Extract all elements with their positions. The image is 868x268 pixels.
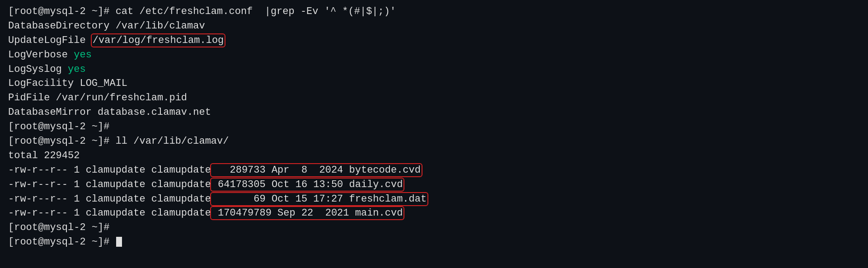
file-perms-15: -rw-r--r-- 1 clamupdate clamupdate <box>8 207 211 219</box>
line-5: LogSyslog yes <box>8 62 860 77</box>
highlight-updatelogfile: /var/log/freshclam.log <box>92 34 225 47</box>
main-info: 170479789 Sep 22 2021 main.cvd <box>212 207 403 219</box>
highlight-main: 170479789 Sep 22 2021 main.cvd <box>211 207 404 219</box>
line-2: DatabaseDirectory /var/lib/clamav <box>8 19 860 33</box>
line-1: [root@mysql-2 ~]# cat /etc/freshclam.con… <box>8 5 860 19</box>
file-perms-13: -rw-r--r-- 1 clamupdate clamupdate <box>8 179 211 190</box>
line-4: LogVerbose yes <box>8 48 860 62</box>
logverbose-value: yes <box>74 49 92 61</box>
databasemirror-text: DatabaseMirror database.clamav.net <box>8 107 211 118</box>
line-13: -rw-r--r-- 1 clamupdate clamupdate 64178… <box>8 178 860 192</box>
updatelogfile-value: /var/log/freshclam.log <box>93 35 224 46</box>
highlight-freshclam: 69 Oct 15 17:27 freshclam.dat <box>211 193 427 205</box>
logverbose-label: LogVerbose <box>8 49 74 61</box>
highlight-bytecode: 289733 Apr 8 2024 bytecode.cvd <box>211 164 422 176</box>
logsyslog-label: LogSyslog <box>8 64 68 75</box>
line-9: [root@mysql-2 ~]# <box>8 120 860 134</box>
logsyslog-value: yes <box>68 64 86 75</box>
line-10: [root@mysql-2 ~]# ll /var/lib/clamav/ <box>8 134 860 149</box>
line-12: -rw-r--r-- 1 clamupdate clamupdate 28973… <box>8 163 860 178</box>
terminal-cursor <box>116 237 122 247</box>
line-14: -rw-r--r-- 1 clamupdate clamupdate 69 Oc… <box>8 192 860 207</box>
pidfile-text: PidFile /var/run/freshclam.pid <box>8 92 187 103</box>
line-16: [root@mysql-2 ~]# <box>8 221 860 235</box>
daily-info: 64178305 Oct 16 13:50 daily.cvd <box>212 179 403 190</box>
logfacility-text: LogFacility LOG_MAIL <box>8 78 127 89</box>
total-text: total 229452 <box>8 150 80 161</box>
output-label-3: UpdateLogFile <box>8 35 92 46</box>
command-text-1: [root@mysql-2 ~]# cat /etc/freshclam.con… <box>8 6 396 17</box>
line-6: LogFacility LOG_MAIL <box>8 76 860 91</box>
line-7: PidFile /var/run/freshclam.pid <box>8 91 860 105</box>
line-15: -rw-r--r-- 1 clamupdate clamupdate 17047… <box>8 206 860 221</box>
line-3: UpdateLogFile /var/log/freshclam.log <box>8 33 860 48</box>
bytecode-info: 289733 Apr 8 2024 bytecode.cvd <box>212 165 421 176</box>
prompt-only-9: [root@mysql-2 ~]# <box>8 121 109 132</box>
prompt-only-16: [root@mysql-2 ~]# <box>8 222 109 233</box>
line-11: total 229452 <box>8 149 860 163</box>
highlight-daily: 64178305 Oct 16 13:50 daily.cvd <box>211 179 404 191</box>
line-8: DatabaseMirror database.clamav.net <box>8 105 860 120</box>
terminal: [root@mysql-2 ~]# cat /etc/freshclam.con… <box>8 5 860 249</box>
output-text-2: DatabaseDirectory /var/lib/clamav <box>8 20 205 32</box>
file-perms-14: -rw-r--r-- 1 clamupdate clamupdate <box>8 193 211 205</box>
freshclam-info: 69 Oct 15 17:27 freshclam.dat <box>212 193 427 205</box>
command-text-10: [root@mysql-2 ~]# ll /var/lib/clamav/ <box>8 136 229 147</box>
file-perms-12: -rw-r--r-- 1 clamupdate clamupdate <box>8 165 211 176</box>
prompt-only-17: [root@mysql-2 ~]# <box>8 236 116 248</box>
line-17: [root@mysql-2 ~]# <box>8 235 860 249</box>
